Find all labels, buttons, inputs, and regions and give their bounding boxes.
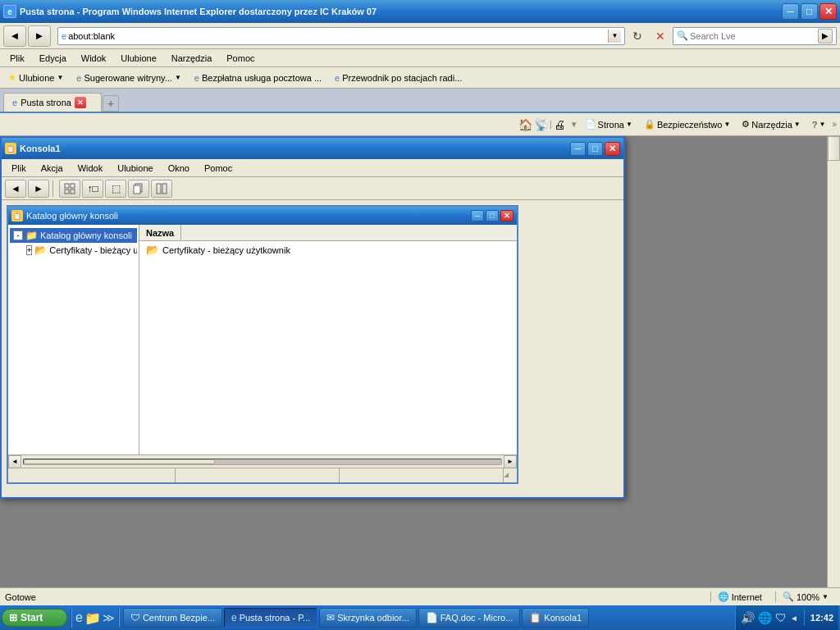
- ie-maximize-btn[interactable]: □: [801, 3, 818, 20]
- ie-minimize-btn[interactable]: ─: [782, 3, 799, 20]
- mmc-app-icon: 📋: [5, 143, 16, 154]
- help-icon: ?: [812, 120, 818, 130]
- mmc-maximize-btn[interactable]: □: [587, 142, 603, 156]
- tab-label: Pusta strona: [21, 98, 71, 107]
- mmc-menu-akcja[interactable]: Akcja: [34, 162, 70, 175]
- taskbar-item-pusta[interactable]: e Pusta strona - P...: [224, 608, 317, 628]
- hscroll-right-btn[interactable]: ►: [504, 455, 517, 468]
- taskbar-tray: 🔊 🌐 🛡 ◄ 12:42: [735, 605, 838, 630]
- svg-rect-2: [65, 189, 69, 194]
- hscroll-thumb[interactable]: [24, 459, 215, 464]
- tray-volume-icon[interactable]: 🌐: [758, 611, 772, 624]
- search-go-btn[interactable]: ▶: [818, 29, 833, 43]
- print-icon: 🖨: [554, 118, 565, 131]
- address-icon: e: [62, 31, 66, 41]
- search-bar: 🔍 ▶: [673, 27, 837, 45]
- katalog-body: - 📁 Katalog główny konsoli + 📂 Certyfika…: [8, 225, 517, 454]
- svg-rect-7: [162, 184, 167, 194]
- hscroll-track[interactable]: [23, 459, 502, 465]
- menu-edycja[interactable]: Edycja: [33, 52, 73, 65]
- page-icon: 📄: [585, 119, 596, 130]
- tree-child-label: Certyfikaty - bieżący u: [49, 245, 137, 255]
- forward-button[interactable]: ►: [28, 25, 51, 47]
- fav-radio[interactable]: e Przewodnik po stacjach radi...: [330, 71, 467, 84]
- cert-item-label: Certyfikaty - bieżący użytkownik: [162, 245, 290, 255]
- tray-security-icon[interactable]: 🛡: [775, 611, 787, 624]
- tab-close-btn[interactable]: ✕: [75, 97, 86, 108]
- refresh-button[interactable]: ↻: [627, 27, 648, 45]
- menu-widok[interactable]: Widok: [75, 52, 113, 65]
- expand-icon: »: [832, 120, 837, 129]
- cmd-help[interactable]: ? ▼: [807, 118, 831, 131]
- quick-launch-extra-icon[interactable]: ≫: [103, 611, 115, 624]
- back-button[interactable]: ◄: [3, 25, 26, 47]
- fav-dropdown-icon: ▼: [57, 74, 63, 81]
- folder-icon: 📁: [25, 230, 38, 241]
- tree-child-item[interactable]: + 📂 Certyfikaty - bieżący u: [10, 243, 137, 258]
- quick-launch-ie-icon[interactable]: e: [75, 610, 83, 625]
- taskbar-item-centrum[interactable]: 🛡 Centrum Bezpie...: [123, 608, 222, 628]
- toolbar-back-btn[interactable]: ◄: [5, 180, 26, 198]
- cert-item-icon: 📂: [146, 244, 159, 256]
- mmc-window: 📋 Konsola1 ─ □ ✕ Plik Akcja Widok Ulubio…: [0, 136, 625, 499]
- mmc-menu-okno[interactable]: Okno: [162, 162, 196, 175]
- new-tab-button[interactable]: +: [103, 95, 119, 112]
- fav-poczta[interactable]: e Bezpłatna usługa pocztowa ...: [189, 71, 326, 84]
- mmc-menu-plik[interactable]: Plik: [5, 162, 33, 175]
- tree-expand-root[interactable]: -: [13, 231, 23, 240]
- katalog-title: Katalog główny konsoli: [26, 211, 471, 221]
- windows-logo-icon: ⊞: [9, 612, 17, 623]
- tray-network-icon[interactable]: 🔊: [741, 611, 755, 624]
- rss-icon: 📡: [534, 118, 548, 131]
- ie-status-text: Gotowe: [5, 592, 704, 602]
- menu-plik[interactable]: Plik: [3, 52, 31, 65]
- svg-rect-3: [71, 189, 75, 194]
- tree-expand-child[interactable]: +: [26, 245, 32, 255]
- fav-ulubione[interactable]: ★ Ulubione ▼: [3, 71, 68, 84]
- taskbar-item-skrzynka[interactable]: ✉ Skrzynka odbior...: [319, 608, 416, 628]
- mmc-menu-widok[interactable]: Widok: [71, 162, 110, 175]
- mmc-close-btn[interactable]: ✕: [605, 142, 620, 156]
- toolbar-forward-btn[interactable]: ►: [28, 180, 49, 198]
- katalog-col-nazwa[interactable]: Nazwa: [139, 225, 181, 240]
- menu-narzedzia[interactable]: Narzędzia: [165, 52, 219, 65]
- mmc-menu-pomoc[interactable]: Pomoc: [198, 162, 239, 175]
- katalog-max-btn[interactable]: □: [486, 210, 499, 221]
- toolbar-up-btn[interactable]: ↑□: [82, 180, 103, 198]
- taskbar-item-faq[interactable]: 📄 FAQ.doc - Micro...: [418, 608, 521, 628]
- zoom-icon: 🔍: [783, 591, 794, 602]
- address-input[interactable]: [68, 31, 606, 41]
- search-input[interactable]: [690, 31, 816, 41]
- katalog-row-cert[interactable]: 📂 Certyfikaty - bieżący użytkownik: [139, 241, 517, 258]
- toolbar-copy-btn[interactable]: ⬚: [105, 180, 126, 198]
- fav-sugerowane[interactable]: e Sugerowane witryny... ▼: [71, 71, 185, 84]
- ie-scrollbar[interactable]: [827, 136, 840, 605]
- mmc-minimize-btn[interactable]: ─: [570, 142, 586, 156]
- quick-launch-explorer-icon[interactable]: 📁: [84, 610, 101, 626]
- katalog-close-btn[interactable]: ✕: [500, 210, 514, 221]
- tree-root-item[interactable]: - 📁 Katalog główny konsoli: [10, 228, 137, 243]
- cmd-strona[interactable]: 📄 Strona ▼: [580, 117, 637, 131]
- menu-pomoc[interactable]: Pomoc: [220, 52, 261, 65]
- mmc-menu-ulubione[interactable]: Ulubione: [111, 162, 159, 175]
- ie-zoom[interactable]: 🔍 100% ▼: [775, 591, 835, 602]
- taskbar-icon-word: 📄: [426, 612, 438, 623]
- hscroll-left-btn[interactable]: ◄: [8, 455, 21, 468]
- toolbar-paste-btn[interactable]: [128, 180, 149, 198]
- menu-ulubione[interactable]: Ulubione: [114, 52, 162, 65]
- tray-expand-icon[interactable]: ◄: [790, 614, 798, 623]
- katalog-hscroll[interactable]: ◄ ►: [8, 454, 517, 468]
- taskbar-item-konsola[interactable]: 📋 Konsola1: [522, 608, 589, 628]
- address-dropdown-btn[interactable]: ▼: [608, 30, 621, 43]
- ie-tab-pusta[interactable]: e Pusta strona ✕: [3, 93, 102, 112]
- start-button[interactable]: ⊞ Start: [2, 609, 67, 627]
- cmd-narzedzia[interactable]: ⚙ Narzędzia ▼: [737, 117, 805, 131]
- cmd-bezpieczenstwo[interactable]: 🔒 Bezpieczeństwo ▼: [639, 117, 735, 131]
- stop-button[interactable]: ✕: [650, 27, 671, 45]
- resize-grip[interactable]: ◢: [504, 471, 514, 481]
- katalog-min-btn[interactable]: ─: [471, 210, 484, 221]
- scrollbar-thumb[interactable]: [828, 136, 840, 161]
- toolbar-prop-btn[interactable]: [151, 180, 172, 198]
- ie-close-btn[interactable]: ✕: [819, 3, 837, 20]
- toolbar-view-btn[interactable]: [59, 180, 80, 198]
